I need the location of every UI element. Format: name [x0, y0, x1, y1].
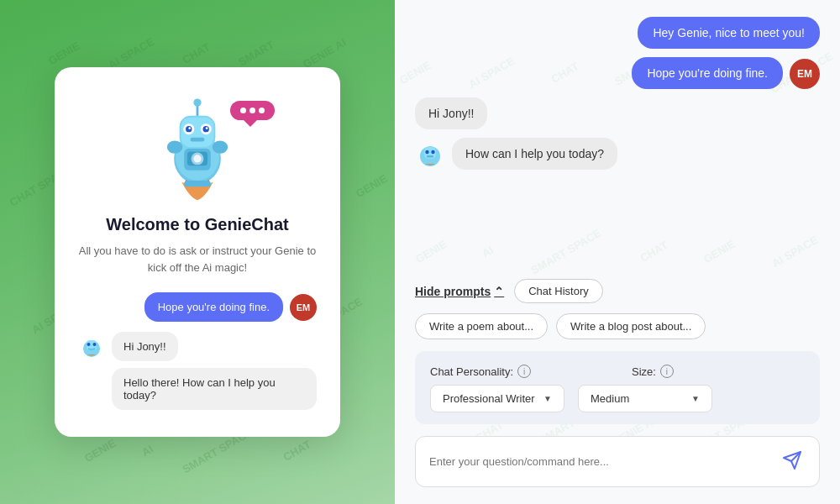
bot-bubble-1: Hi Jony!! [415, 97, 487, 129]
svg-point-16 [188, 127, 191, 129]
svg-point-29 [431, 150, 434, 154]
svg-rect-18 [191, 138, 205, 142]
welcome-card: Welcome to GenieChat All you have to do … [55, 67, 340, 437]
card-user-bubble: Hope you're doing fine. [144, 292, 283, 322]
bot-bubble-2: How can I help you today? [452, 138, 617, 170]
size-label: Size: i [632, 365, 674, 378]
settings-selects: Professional Writer ▼ Medium ▼ [430, 385, 805, 412]
card-user-message-row: Hope you're doing fine. EM [78, 292, 317, 322]
dot1 [240, 108, 246, 113]
personality-select[interactable]: Professional Writer ▼ [430, 385, 564, 412]
personality-info-icon[interactable]: i [517, 365, 531, 378]
svg-point-17 [206, 127, 208, 129]
prompt-chip-2[interactable]: Write a blog post about... [556, 313, 706, 339]
user-avatar: EM [790, 59, 820, 89]
prompt-chip-1[interactable]: Write a poem about... [415, 313, 548, 339]
size-info-icon[interactable]: i [660, 365, 674, 378]
svg-rect-21 [184, 181, 211, 186]
speech-bubble [230, 101, 275, 120]
card-bot-avatar [78, 332, 105, 359]
welcome-title: Welcome to GenieChat [78, 215, 317, 234]
personality-label: Chat Personality: i [430, 365, 531, 378]
prompt-chips: Write a poem about... Write a blog post … [415, 313, 820, 339]
left-panel: GENIEAI SPACECHATSMART GENIE AICHAT SPAC… [0, 0, 395, 504]
card-user-avatar: EM [290, 294, 317, 321]
dot2 [249, 108, 255, 113]
svg-point-25 [93, 343, 97, 346]
settings-panel: Chat Personality: i Size: i Professional… [415, 351, 820, 424]
chevron-down-icon: ▼ [543, 394, 552, 403]
message-row-3: Hi Jony!! [415, 97, 820, 129]
welcome-desc: All you have to do is ask or instruct yo… [78, 243, 317, 276]
svg-point-20 [193, 98, 201, 106]
user-bubble-1: Hey Genie, nice to meet you! [638, 17, 820, 49]
svg-point-8 [167, 141, 183, 154]
card-bot-bubble: Hi Jony!! [112, 332, 178, 361]
svg-point-24 [87, 343, 91, 346]
svg-rect-30 [427, 155, 433, 158]
right-panel: GENIEAI SPACECHATSMART GENIE AICHAT SPAC… [395, 0, 840, 504]
card-bot-greeting-row: Hi Jony!! [78, 332, 317, 361]
input-row [415, 436, 820, 487]
robot-container [78, 92, 317, 202]
dot3 [259, 108, 265, 113]
chat-area: Hey Genie, nice to meet you! Hope you're… [415, 17, 820, 265]
card-bot-help-bubble: Hello there! How can I help you today? [112, 368, 317, 410]
send-button[interactable] [779, 447, 806, 476]
message-row-1: Hey Genie, nice to meet you! [415, 17, 820, 49]
card-bot-help-row: Hello there! How can I help you today? [78, 368, 317, 410]
message-row-4: How can I help you today? [415, 138, 820, 170]
hide-prompts-button[interactable]: Hide prompts ⌃ [415, 285, 504, 298]
svg-point-28 [425, 150, 428, 154]
svg-point-9 [213, 141, 228, 154]
chat-input[interactable] [429, 455, 770, 468]
user-bubble-2: Hope you're doing fine. [632, 57, 783, 89]
size-select[interactable]: Medium ▼ [578, 385, 712, 412]
message-row-2: Hope you're doing fine. EM [415, 57, 820, 89]
settings-labels: Chat Personality: i Size: i [430, 365, 805, 378]
send-icon [782, 450, 802, 470]
chevron-up-icon: ⌃ [494, 285, 504, 298]
bot-avatar-right [415, 138, 445, 168]
svg-point-5 [193, 155, 201, 162]
chat-history-button[interactable]: Chat History [514, 279, 603, 303]
prompts-bar: Hide prompts ⌃ Chat History [415, 279, 820, 303]
chevron-down-icon-2: ▼ [691, 394, 700, 403]
